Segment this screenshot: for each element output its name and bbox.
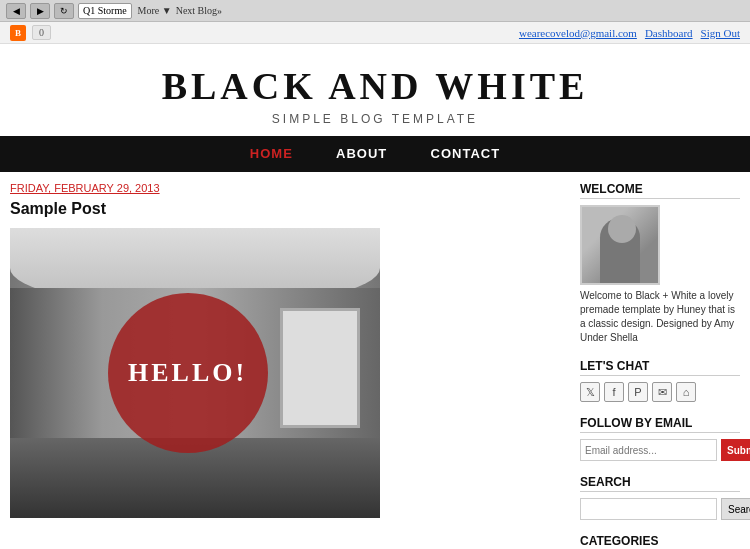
avatar-head [608, 215, 636, 243]
blog-subtitle: SIMPLE BLOG TEMPLATE [10, 112, 740, 126]
search-input[interactable] [580, 498, 717, 520]
dashboard-link[interactable]: Dashboard [645, 27, 693, 39]
hello-text: HELLO! [128, 358, 247, 388]
email-icon[interactable]: ✉ [652, 382, 672, 402]
sidebar-welcome-title: WELCOME [580, 182, 740, 199]
browser-bar: ◀ ▶ ↻ Q1 Storme More ▼ Next Blog» [0, 0, 750, 22]
nav-about[interactable]: ABOUT [336, 146, 387, 161]
search-button[interactable]: Search [721, 498, 750, 520]
browser-nav: ◀ ▶ ↻ Q1 Storme [6, 3, 132, 19]
address-bar[interactable]: Q1 Storme [78, 3, 132, 19]
nav-home[interactable]: HOME [250, 146, 293, 161]
sidebar-welcome-text: Welcome to Black + White a lovely premad… [580, 289, 740, 345]
blogger-logo: B [10, 25, 26, 41]
blog-title: BLACK AND WHITE [10, 64, 740, 108]
search-row: Search [580, 498, 740, 520]
sidebar-lets-chat: LET'S CHAT 𝕏 f P ✉ ⌂ [580, 359, 740, 402]
sidebar-welcome: WELCOME Welcome to Black + White a lovel… [580, 182, 740, 345]
blogger-topbar-right: wearecovelod@gmail.com Dashboard Sign Ou… [519, 27, 740, 39]
blog-nav: HOME ABOUT CONTACT [0, 136, 750, 172]
user-email[interactable]: wearecovelod@gmail.com [519, 27, 637, 39]
email-row: Submit [580, 439, 740, 461]
post-title: Sample Post [10, 200, 564, 218]
back-button[interactable]: ◀ [6, 3, 26, 19]
next-blog[interactable]: Next Blog» [176, 5, 222, 16]
search-title: SEARCH [580, 475, 740, 492]
sidebar-avatar [580, 205, 660, 285]
blogger-topbar: B 0 wearecovelod@gmail.com Dashboard Sig… [0, 22, 750, 44]
rss-icon[interactable]: ⌂ [676, 382, 696, 402]
sign-out-link[interactable]: Sign Out [701, 27, 740, 39]
red-circle: HELLO! [108, 293, 268, 453]
flag-counter[interactable]: 0 [32, 25, 51, 40]
email-submit-button[interactable]: Submit [721, 439, 750, 461]
more-menu[interactable]: More ▼ [138, 5, 172, 16]
blogger-topbar-left: B 0 [10, 25, 51, 41]
categories-title: CATEGORIES [580, 534, 740, 549]
follow-email-title: FOLLOW BY EMAIL [580, 416, 740, 433]
blog-header: BLACK AND WHITE SIMPLE BLOG TEMPLATE [0, 44, 750, 136]
main-post: FRIDAY, FEBRUARY 29, 2013 Sample Post HE… [10, 182, 564, 549]
blog-content: FRIDAY, FEBRUARY 29, 2013 Sample Post HE… [0, 172, 750, 549]
browser-right: More ▼ Next Blog» [138, 5, 222, 16]
post-image: HELLO! [10, 228, 380, 518]
refresh-button[interactable]: ↻ [54, 3, 74, 19]
window [280, 308, 360, 428]
facebook-icon[interactable]: f [604, 382, 624, 402]
post-date[interactable]: FRIDAY, FEBRUARY 29, 2013 [10, 182, 564, 194]
sidebar-lets-chat-title: LET'S CHAT [580, 359, 740, 376]
blog-wrapper: BLACK AND WHITE SIMPLE BLOG TEMPLATE HOM… [0, 44, 750, 549]
social-icons-group: 𝕏 f P ✉ ⌂ [580, 382, 740, 402]
address-text: Q1 Storme [83, 5, 127, 16]
nav-contact[interactable]: CONTACT [431, 146, 501, 161]
twitter-icon[interactable]: 𝕏 [580, 382, 600, 402]
sidebar-follow-email: FOLLOW BY EMAIL Submit [580, 416, 740, 461]
email-input[interactable] [580, 439, 717, 461]
sidebar-search: SEARCH Search [580, 475, 740, 520]
sidebar: WELCOME Welcome to Black + White a lovel… [580, 182, 740, 549]
forward-button[interactable]: ▶ [30, 3, 50, 19]
sidebar-categories: CATEGORIES • welcome (1) [580, 534, 740, 549]
pinterest-icon[interactable]: P [628, 382, 648, 402]
